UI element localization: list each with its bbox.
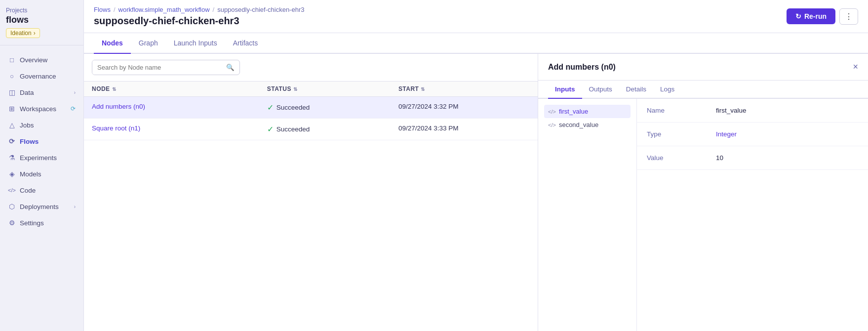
more-options-button[interactable]: ⋮	[839, 8, 858, 25]
node-sort-icon[interactable]: ⇅	[112, 86, 116, 92]
experiments-icon: ⚗	[8, 154, 16, 162]
detail-logs-label: Logs	[660, 85, 674, 93]
settings-icon: ⚙	[8, 219, 16, 227]
column-start-label: START	[398, 85, 419, 92]
tree-item-second-value-label: second_value	[559, 121, 598, 128]
sidebar-governance-label: Governance	[20, 73, 76, 80]
flows-icon: ⟳	[8, 137, 16, 145]
tab-nodes[interactable]: Nodes	[94, 33, 131, 54]
sidebar-item-data[interactable]: ◫ Data ›	[2, 84, 81, 100]
row-n0-start: 09/27/2024 3:32 PM	[398, 103, 530, 112]
prop-row-type: Type Integer	[637, 123, 868, 146]
detail-title: Add numbers (n0)	[548, 63, 616, 72]
breadcrumb: Flows / workflow.simple_math_workflow / …	[94, 6, 304, 13]
column-status: STATUS ⇅	[267, 85, 398, 92]
tab-graph-label: Graph	[139, 39, 158, 47]
search-input[interactable]	[92, 60, 221, 75]
deployments-chevron-icon: ›	[74, 204, 76, 209]
search-button[interactable]: 🔍	[221, 60, 239, 75]
tree-item-code-icon-2: </>	[548, 122, 556, 128]
projects-link[interactable]: Projects	[6, 7, 78, 14]
main-content: Flows / workflow.simple_math_workflow / …	[84, 0, 868, 331]
status-sort-icon[interactable]: ⇅	[293, 86, 297, 92]
app-title: flows	[6, 15, 78, 25]
data-icon: ◫	[8, 88, 16, 96]
breadcrumb-workflow-link[interactable]: workflow.simple_math_workflow	[118, 6, 210, 13]
tab-artifacts[interactable]: Artifacts	[225, 33, 266, 54]
detail-tab-outputs[interactable]: Outputs	[582, 81, 619, 99]
tree-panel: </> first_value </> second_value	[538, 99, 637, 331]
detail-tab-logs[interactable]: Logs	[653, 81, 681, 99]
models-icon: ◈	[8, 170, 16, 178]
tree-item-second-value[interactable]: </> second_value	[544, 118, 631, 131]
sidebar-nav: □ Overview ○ Governance ◫ Data › ⊞ Works…	[0, 49, 83, 331]
tab-artifacts-label: Artifacts	[233, 39, 258, 47]
success-icon: ✓	[267, 103, 274, 112]
sidebar-item-settings[interactable]: ⚙ Settings	[2, 215, 81, 231]
sidebar-overview-label: Overview	[20, 56, 76, 64]
prop-value-value: 10	[706, 146, 868, 170]
header-left: Flows / workflow.simple_math_workflow / …	[94, 6, 304, 27]
breadcrumb-sep1: /	[114, 6, 116, 13]
sidebar-item-overview[interactable]: □ Overview	[2, 52, 81, 68]
sidebar-header: Projects flows Ideation ›	[0, 0, 83, 41]
sidebar-item-models[interactable]: ◈ Models	[2, 166, 81, 182]
prop-type-value[interactable]: Integer	[706, 123, 868, 146]
sidebar-models-label: Models	[20, 170, 76, 178]
start-sort-icon[interactable]: ⇅	[421, 86, 425, 92]
breadcrumb-run: supposedly-chief-chicken-ehr3	[217, 6, 304, 13]
sidebar-item-workspaces[interactable]: ⊞ Workspaces ⟳	[2, 101, 81, 117]
row-n0-status: ✓ Succeeded	[267, 103, 398, 112]
more-icon: ⋮	[845, 12, 853, 21]
sidebar-item-flows[interactable]: ⟳ Flows	[2, 133, 81, 149]
tree-item-first-value-label: first_value	[559, 108, 588, 115]
prop-name-label: Name	[637, 99, 706, 123]
tab-graph[interactable]: Graph	[131, 33, 166, 54]
sidebar-item-jobs[interactable]: △ Jobs	[2, 117, 81, 133]
ideation-badge[interactable]: Ideation ›	[6, 28, 40, 38]
workspaces-refresh-icon: ⟳	[71, 105, 76, 112]
search-bar: 🔍	[84, 54, 538, 81]
governance-icon: ○	[8, 72, 16, 80]
table-row[interactable]: Square root (n1) ✓ Succeeded 09/27/2024 …	[84, 119, 538, 140]
rerun-button[interactable]: ↻ Re-run	[787, 8, 835, 24]
nodes-panel: 🔍 NODE ⇅ STATUS ⇅ START ⇅	[84, 54, 538, 331]
row-n1-status: ✓ Succeeded	[267, 124, 398, 134]
sidebar-data-label: Data	[20, 89, 70, 96]
sidebar-experiments-label: Experiments	[20, 154, 76, 162]
column-node: NODE ⇅	[92, 85, 267, 92]
tree-item-code-icon-1: </>	[548, 109, 556, 115]
page-title: supposedly-chief-chicken-ehr3	[94, 15, 304, 27]
sidebar-item-deployments[interactable]: ⬡ Deployments ›	[2, 199, 81, 214]
data-chevron-icon: ›	[74, 90, 76, 95]
row-n0-node: Add numbers (n0)	[92, 103, 267, 112]
tab-nodes-label: Nodes	[102, 39, 123, 47]
close-button[interactable]: ×	[853, 62, 858, 72]
sidebar-code-label: Code	[20, 187, 76, 194]
jobs-icon: △	[8, 121, 16, 129]
props-panel: Name first_value Type Integer Value 10	[637, 99, 868, 331]
sidebar-jobs-label: Jobs	[20, 122, 76, 129]
main-tabs-bar: Nodes Graph Launch Inputs Artifacts	[84, 33, 868, 54]
detail-panel: Add numbers (n0) × Inputs Outputs Detail…	[538, 54, 868, 331]
ideation-badge-label: Ideation	[10, 30, 32, 37]
sidebar-item-code[interactable]: </> Code	[2, 182, 81, 198]
sidebar-item-governance[interactable]: ○ Governance	[2, 68, 81, 84]
table-row[interactable]: Add numbers (n0) ✓ Succeeded 09/27/2024 …	[84, 97, 538, 119]
row-n1-start: 09/27/2024 3:33 PM	[398, 124, 530, 134]
detail-tabs: Inputs Outputs Details Logs	[538, 81, 868, 99]
detail-tab-details[interactable]: Details	[619, 81, 653, 99]
tab-launch-inputs[interactable]: Launch Inputs	[166, 33, 225, 54]
row-n1-node: Square root (n1)	[92, 124, 267, 134]
sidebar-item-experiments[interactable]: ⚗ Experiments	[2, 150, 81, 166]
breadcrumb-flows-link[interactable]: Flows	[94, 6, 111, 13]
detail-tab-inputs[interactable]: Inputs	[548, 81, 582, 99]
code-icon: </>	[8, 186, 16, 194]
prop-type-label: Type	[637, 123, 706, 146]
detail-body: </> first_value </> second_value Name fi…	[538, 99, 868, 331]
tree-item-first-value[interactable]: </> first_value	[544, 105, 631, 118]
detail-outputs-label: Outputs	[589, 85, 612, 93]
sidebar-deployments-label: Deployments	[20, 203, 70, 210]
search-wrapper: 🔍	[92, 60, 240, 75]
prop-name-value: first_value	[706, 99, 868, 123]
